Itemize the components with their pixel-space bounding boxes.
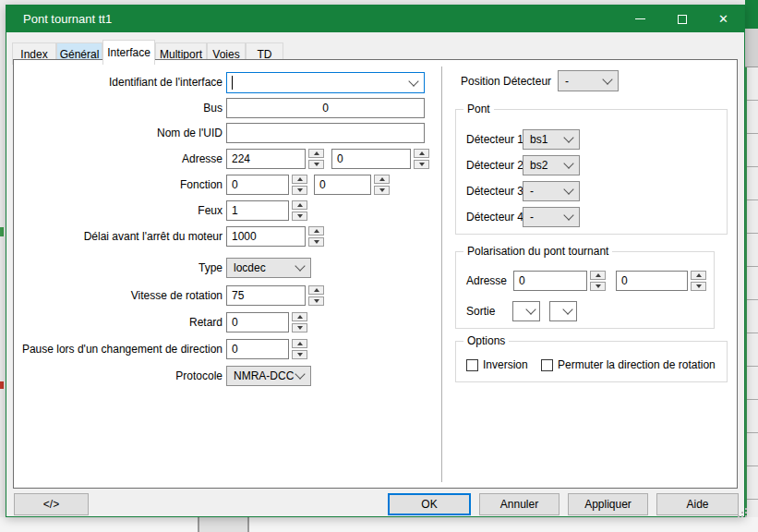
bus-input[interactable] (226, 98, 425, 118)
up-arrow-icon (419, 151, 425, 155)
background-scrollbar (198, 517, 249, 532)
options-group-title: Options (463, 334, 509, 347)
adresse-2-input[interactable] (331, 149, 411, 169)
polarisation-adresse-1-input[interactable] (513, 271, 587, 291)
background-red-mark (0, 381, 4, 389)
fonction-2-up-button[interactable] (374, 175, 390, 184)
delai-down-button[interactable] (308, 237, 324, 247)
protocole-select[interactable]: NMRA-DCC (226, 366, 311, 386)
detecteur1-value: bs1 (530, 133, 547, 146)
down-arrow-icon (379, 188, 385, 192)
protocole-value: NMRA-DCC (234, 369, 294, 382)
detecteur2-value: bs2 (530, 159, 547, 172)
turntable-properties-dialog: Pont tournant tt1 ✕ Index Général Interf… (6, 5, 745, 517)
polarisation-adresse-2-up-button[interactable] (691, 271, 706, 280)
adresse-1-input[interactable] (226, 149, 306, 169)
help-button[interactable]: Aide (656, 493, 739, 515)
maximize-button[interactable] (661, 6, 703, 32)
adresse-2-up-button[interactable] (414, 149, 429, 158)
detecteur3-select[interactable]: - (523, 181, 580, 201)
minimize-icon (635, 18, 645, 19)
code-view-button[interactable]: </> (14, 493, 89, 515)
detecteur2-label: Détecteur 2 (466, 159, 523, 172)
adresse-1-up-button[interactable] (308, 149, 324, 158)
background-table-rows (745, 67, 758, 517)
retard-input[interactable] (226, 312, 289, 332)
detecteur4-value: - (530, 211, 534, 224)
permuter-checkbox[interactable] (541, 359, 553, 371)
minimize-button[interactable] (620, 6, 661, 32)
protocole-label: Protocole (18, 369, 223, 382)
adresse-1-down-button[interactable] (308, 160, 324, 169)
vitesse-down-button[interactable] (308, 296, 324, 306)
cancel-button[interactable]: Annuler (479, 493, 559, 515)
type-select[interactable]: locdec (226, 258, 311, 278)
inversion-checkbox-row[interactable]: Inversion (466, 358, 528, 371)
fonction-1-up-button[interactable] (292, 175, 307, 184)
options-groupbox: Options Inversion Permuter la direction … (455, 341, 728, 382)
down-arrow-icon (297, 188, 303, 192)
up-arrow-icon (297, 177, 303, 181)
tab-label: Interface (107, 46, 150, 59)
down-arrow-icon (314, 299, 319, 303)
detecteur4-select[interactable]: - (523, 207, 580, 227)
delai-up-button[interactable] (308, 226, 324, 236)
uid-input[interactable] (226, 123, 425, 143)
up-arrow-icon (297, 203, 303, 207)
fonction-1-input[interactable] (226, 175, 289, 195)
position-detecteur-label: Position Détecteur (461, 75, 551, 88)
interface-id-combobox[interactable] (226, 72, 425, 93)
retard-label: Retard (18, 316, 223, 329)
feux-up-button[interactable] (292, 200, 307, 210)
chevron-down-icon (563, 132, 573, 142)
inversion-label: Inversion (483, 358, 528, 371)
resize-grip-icon[interactable] (738, 515, 740, 517)
down-arrow-icon (696, 284, 702, 288)
fonction-1-down-button[interactable] (292, 186, 307, 195)
feux-down-button[interactable] (292, 212, 307, 221)
background-green-mark (0, 227, 4, 236)
polarisation-adresse-2-input[interactable] (616, 271, 688, 291)
pont-groupbox: Pont Détecteur 1 bs1 Détecteur 2 bs2 Dét… (455, 109, 728, 235)
close-button[interactable]: ✕ (703, 6, 744, 32)
retard-down-button[interactable] (292, 323, 307, 332)
pause-input[interactable] (226, 339, 289, 359)
permuter-checkbox-row[interactable]: Permuter la direction de rotation (541, 358, 716, 371)
detecteur1-select[interactable]: bs1 (523, 129, 580, 150)
polarisation-group-title: Polarisation du pont tournant (463, 245, 612, 258)
up-arrow-icon (596, 273, 601, 277)
retard-up-button[interactable] (292, 312, 307, 321)
fonction-2-down-button[interactable] (374, 186, 390, 195)
down-arrow-icon (314, 163, 319, 166)
sortie-2-select[interactable] (549, 301, 577, 321)
adresse-2-down-button[interactable] (414, 160, 429, 169)
feux-input[interactable] (226, 200, 289, 221)
vertical-divider (441, 66, 442, 482)
apply-button[interactable]: Appliquer (568, 493, 648, 515)
feux-label: Feux (18, 204, 223, 217)
polarisation-adresse-2-down-button[interactable] (691, 282, 706, 291)
chevron-down-icon (408, 76, 418, 86)
pause-up-button[interactable] (292, 339, 307, 348)
vitesse-input[interactable] (226, 285, 306, 306)
chevron-down-icon (295, 260, 305, 271)
inversion-checkbox[interactable] (466, 359, 478, 371)
type-value: locdec (234, 261, 266, 274)
polarisation-adresse-1-down-button[interactable] (590, 282, 606, 291)
fonction-2-input[interactable] (314, 175, 371, 195)
delai-input[interactable] (226, 226, 306, 247)
background-table-header (745, 29, 758, 67)
chevron-down-icon (525, 304, 535, 314)
title-bar[interactable]: Pont tournant tt1 ✕ (6, 6, 744, 32)
detecteur2-select[interactable]: bs2 (523, 155, 580, 175)
up-arrow-icon (314, 288, 319, 292)
identifiant-label: Identifiant de l'interface (18, 76, 223, 89)
up-arrow-icon (696, 273, 702, 277)
sortie-1-select[interactable] (512, 301, 540, 321)
pause-down-button[interactable] (292, 350, 307, 359)
position-detecteur-select[interactable]: - (558, 70, 619, 91)
polarisation-adresse-1-up-button[interactable] (590, 271, 606, 280)
vitesse-up-button[interactable] (308, 285, 324, 295)
tab-interface[interactable]: Interface (102, 40, 155, 65)
ok-button[interactable]: OK (388, 493, 471, 515)
